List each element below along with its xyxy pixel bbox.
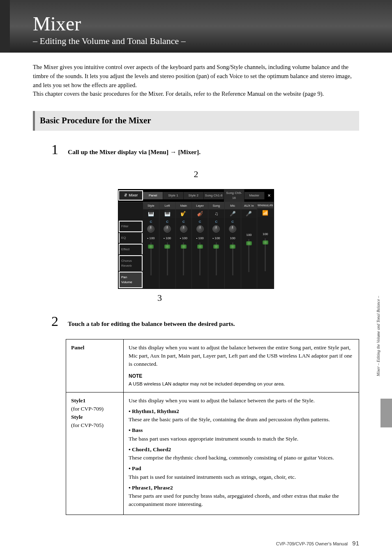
note-text: A USB wireless LAN adaptor may not be in…: [129, 381, 354, 388]
row-description: Use this display when you want to adjust…: [124, 339, 359, 392]
channel-label: Style: [143, 202, 159, 210]
channel-volume: 100: [263, 232, 268, 237]
channel-pan: C: [182, 219, 185, 224]
channel-icon: ♫: [208, 210, 224, 218]
side-item-effect[interactable]: Effect: [119, 244, 143, 254]
tab-style1[interactable]: Style 1: [163, 192, 183, 199]
channel-volume: • 100: [212, 236, 220, 241]
description-table: Panel Use this display when you want to …: [66, 339, 359, 515]
step-1: 1 Call up the Mixer display via [Menu] →…: [51, 139, 359, 160]
row-heading: Style1 (for CVP-709) Style (for CVP-705): [66, 392, 124, 515]
bullet-title: • Bass: [129, 426, 354, 434]
bullet-title: • Chord1, Chord2: [129, 446, 354, 454]
volume-slider[interactable]: [216, 242, 217, 275]
volume-slider[interactable]: [167, 242, 168, 275]
header-accent: [0, 0, 10, 53]
channel-pan: C: [150, 219, 152, 224]
channel-label: Layer: [192, 202, 208, 210]
note-label: NOTE: [129, 372, 354, 380]
volume-slider[interactable]: [199, 242, 201, 275]
channel-label: AUX In: [241, 202, 257, 210]
bullet-title: • Rhythm1, Rhythm2: [129, 407, 354, 416]
wifi-icon: 📶: [257, 209, 273, 217]
step-text: Call up the Mixer display via [Menu] → […: [68, 144, 201, 157]
step-2: 2 Touch a tab for editing the balance be…: [51, 311, 359, 332]
channel-label: WirelessLAN: [257, 202, 273, 209]
page-subtitle: – Editing the Volume and Tonal Balance –: [33, 36, 376, 46]
channel-label: Mic: [225, 202, 241, 210]
pan-knob[interactable]: [147, 225, 154, 233]
channel-icon: 🎻: [192, 210, 208, 218]
tab-style2[interactable]: Style 2: [184, 192, 204, 199]
table-row-style: Style1 (for CVP-709) Style (for CVP-705)…: [66, 392, 359, 515]
step-number: 1: [51, 139, 60, 160]
channel-pan: C: [215, 219, 217, 224]
volume-slider[interactable]: [150, 242, 152, 275]
mixer-tabs-row: ⇵ Mixer Panel Style 1 Style 2 Song Ch1-8…: [118, 189, 274, 202]
close-icon[interactable]: ×: [265, 191, 274, 200]
channel-icon: 🎷: [176, 210, 192, 218]
side-item-chorus-reverb[interactable]: Chorus Reverb: [119, 255, 143, 271]
bullet-body: This part is used for sustained instrume…: [129, 473, 354, 481]
channel-layer: Layer 🎻 C • 100: [192, 202, 208, 289]
channel-pan: C: [231, 219, 234, 224]
tab-panel[interactable]: Panel: [143, 192, 163, 199]
channel-volume: • 100: [196, 236, 203, 241]
mixer-side-menu: Filter EQ Effect Chorus Reverb Pan Volum…: [118, 202, 143, 289]
table-row-panel: Panel Use this display when you want to …: [66, 339, 359, 392]
row-heading: Panel: [66, 339, 124, 392]
section-heading: Basic Procedure for the Mixer: [33, 111, 359, 131]
side-tab-marker: [380, 399, 392, 427]
side-item-pan-volume[interactable]: Pan Volume: [119, 272, 143, 288]
channel-volume: • 100: [164, 236, 171, 241]
channel-icon: 🎹: [159, 210, 175, 218]
channel-wireless-lan: WirelessLAN 📶 100: [257, 202, 274, 289]
mixer-screenshot: ⇵ Mixer Panel Style 1 Style 2 Song Ch1-8…: [33, 189, 359, 289]
channel-pan: C: [199, 219, 201, 224]
pan-knob[interactable]: [180, 225, 187, 233]
row-description: Use this display when you want to adjust…: [124, 392, 359, 515]
channel-aux-in: AUX In 🎤 100: [241, 202, 258, 289]
channel-style: Style 🎹 C • 100: [143, 202, 159, 289]
volume-slider[interactable]: [183, 242, 184, 275]
pan-knob[interactable]: [164, 225, 171, 233]
step-text: Touch a tab for editing the balance betw…: [68, 316, 235, 328]
side-item-filter[interactable]: Filter: [119, 221, 143, 232]
side-vertical-label: Mixer – Editing the Volume and Tonal Bal…: [376, 296, 380, 376]
channel-icon: 🎤: [241, 210, 257, 218]
bullet-title: • Pad: [129, 464, 354, 473]
desc-text: Use this display when you want to adjust…: [129, 344, 354, 369]
bullet-title: • Phrase1, Phrase2: [129, 484, 354, 492]
mixer-title: ⇵ Mixer: [118, 190, 143, 201]
channel-icon: 🎹: [143, 210, 159, 218]
bullet-body: The bass part uses various appropriate i…: [129, 435, 354, 443]
intro-paragraph: The Mixer gives you intuitive control ov…: [33, 63, 359, 99]
tab-master[interactable]: Master: [244, 192, 265, 199]
channel-label: Main: [176, 202, 192, 210]
channel-mic: Mic 🎤 C 100: [225, 202, 241, 289]
pan-knob[interactable]: [196, 225, 204, 233]
channel-volume: 100: [246, 233, 251, 238]
tab-song-ch9-16[interactable]: Song Ch9-16: [224, 189, 244, 202]
volume-slider[interactable]: [248, 239, 249, 272]
volume-slider[interactable]: [232, 242, 233, 275]
pan-knob[interactable]: [212, 225, 220, 233]
channel-label: Left: [159, 202, 175, 210]
channel-pan: C: [166, 219, 168, 224]
side-item-eq[interactable]: EQ: [119, 233, 143, 243]
mixer-channels: Style 🎹 C • 100 Left 🎹 C • 100: [143, 202, 274, 289]
volume-slider[interactable]: [265, 238, 266, 271]
pan-knob[interactable]: [229, 225, 236, 233]
page-number: 91: [352, 540, 359, 547]
page-header: Mixer – Editing the Volume and Tonal Bal…: [0, 0, 392, 53]
annotation-callout-3: 3: [157, 291, 359, 305]
page-footer: CVP-709/CVP-705 Owner's Manual 91: [0, 523, 392, 554]
bullet-body: These comprise the rhythmic chord backin…: [129, 454, 354, 462]
tab-song-ch1-8[interactable]: Song Ch1-8: [204, 192, 224, 199]
mixer-sliders-icon: ⇵: [124, 193, 128, 199]
bullet-body: These are the basic parts of the Style, …: [129, 416, 354, 424]
channel-icon: 🎤: [225, 210, 241, 218]
row-intro: Use this display when you want to adjust…: [129, 397, 354, 405]
mixer-label-text: Mixer: [129, 193, 138, 197]
footer-doc-name: CVP-709/CVP-705 Owner's Manual: [276, 541, 348, 546]
